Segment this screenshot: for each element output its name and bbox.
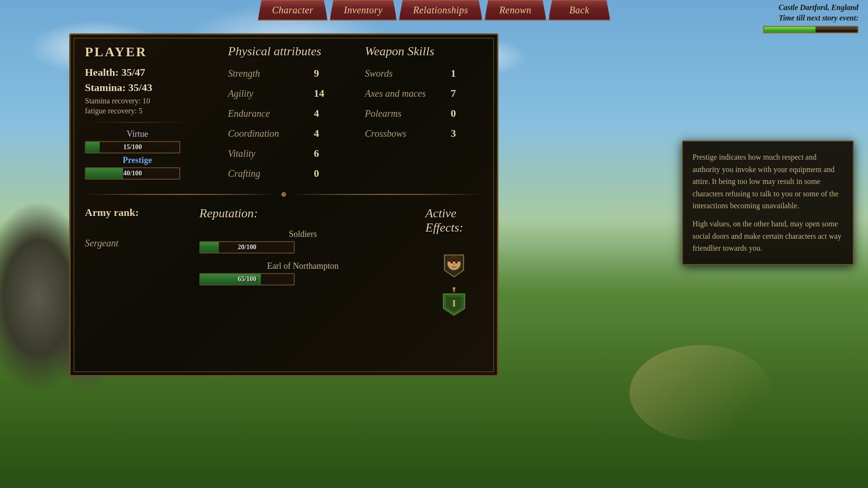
divider-line-right — [290, 194, 483, 195]
character-panel: PLAYER Health: 35/47 Stamina: 35/43 Stam… — [69, 33, 498, 376]
skill-swords-name: Swords — [365, 68, 441, 79]
rep-soldiers-fill — [200, 242, 219, 253]
rep-earl-name: Earl of Northampton — [199, 261, 406, 271]
attr-vitality: Vitality 6 — [228, 147, 346, 160]
active-effects-title: Active Effects: — [425, 206, 483, 235]
shield-effect-icon: I — [442, 287, 466, 316]
svg-point-6 — [453, 287, 455, 290]
time-label: Time till next story event: — [763, 13, 858, 23]
location-info: Castle Dartford, England Time till next … — [763, 2, 858, 33]
reputation-title: Reputation: — [199, 206, 406, 221]
attr-crafting-value: 0 — [314, 167, 319, 180]
progress-bar-sheen — [764, 27, 858, 30]
skill-axes: Axes and maces 7 — [365, 87, 483, 100]
attr-crafting-name: Crafting — [228, 168, 304, 179]
skill-axes-name: Axes and maces — [365, 88, 441, 99]
rep-soldiers-text: 20/100 — [238, 244, 257, 251]
mid-right-wrapper: Physical attributes Strength 9 Agility 1… — [228, 44, 483, 187]
prestige-tooltip: Prestige indicates how much respect and … — [682, 141, 854, 265]
rep-earl: Earl of Northampton 65/100 — [199, 261, 406, 285]
attr-crafting: Crafting 0 — [228, 167, 346, 180]
attr-vitality-name: Vitality — [228, 148, 304, 159]
fatigue-recovery: fatigue recovery: 5 — [85, 107, 190, 115]
panel-top: PLAYER Health: 35/47 Stamina: 35/43 Stam… — [85, 44, 483, 187]
health-stat: Health: 35/47 — [85, 66, 190, 79]
weapon-skills: Weapon Skills Swords 1 Axes and maces 7 … — [365, 44, 483, 187]
weapon-title: Weapon Skills — [365, 44, 483, 59]
top-nav: Character Inventory Relationships Renown… — [0, 0, 868, 20]
active-effects-section: Active Effects: — [425, 206, 483, 316]
rep-earl-text: 65/100 — [238, 275, 257, 283]
virtue-label: Virtue — [85, 129, 190, 139]
attr-endurance-name: Endurance — [228, 108, 304, 119]
skill-polearms-value: 0 — [451, 107, 456, 120]
divider-1 — [85, 122, 190, 122]
tooltip-text-2: High values, on the other hand, may open… — [692, 218, 843, 254]
stamina-stat: Stamina: 35/43 — [85, 81, 190, 94]
attr-agility-value: 14 — [314, 87, 324, 100]
path — [630, 345, 773, 440]
reputation-section: Reputation: Soldiers 20/100 Earl of Nort… — [199, 206, 406, 316]
prestige-bar-text: 40/100 — [124, 170, 142, 177]
nav-inventory[interactable]: Inventory — [330, 0, 397, 20]
rep-soldiers-bar: 20/100 — [199, 241, 295, 254]
divider-dot — [281, 192, 286, 197]
horiz-divider — [85, 192, 483, 197]
tooltip-text-1: Prestige indicates how much respect and … — [692, 151, 843, 212]
attr-strength: Strength 9 — [228, 67, 346, 80]
attr-agility-name: Agility — [228, 88, 304, 99]
army-rank-label: Army rank: — [85, 206, 180, 219]
attr-coordination-name: Coordination — [228, 128, 304, 139]
attr-strength-name: Strength — [228, 68, 304, 79]
left-column: PLAYER Health: 35/47 Stamina: 35/43 Stam… — [85, 44, 199, 187]
army-rank-value: Sergeant — [85, 238, 180, 249]
physical-title: Physical attributes — [228, 44, 346, 59]
nav-renown[interactable]: Renown — [485, 0, 547, 20]
divider-line-left — [85, 194, 278, 195]
panel-content: PLAYER Health: 35/47 Stamina: 35/43 Stam… — [71, 35, 497, 375]
attr-agility: Agility 14 — [228, 87, 346, 100]
stamina-recovery: Stamina recovery: 10 — [85, 97, 190, 105]
skill-polearms: Polearms 0 — [365, 107, 483, 120]
prestige-bar-fill — [86, 168, 123, 179]
prestige-bar: 40/100 — [85, 167, 180, 180]
skill-polearms-name: Polearms — [365, 108, 441, 119]
attr-endurance-value: 4 — [314, 107, 319, 120]
nav-back[interactable]: Back — [548, 0, 610, 20]
skill-crossbows: Crossbows 3 — [365, 127, 483, 140]
rep-soldiers: Soldiers 20/100 — [199, 229, 406, 254]
rep-earl-bar: 65/100 — [199, 273, 295, 285]
army-section: Army rank: Sergeant — [85, 206, 180, 316]
rep-soldiers-name: Soldiers — [199, 229, 406, 239]
story-progress-bar — [763, 26, 858, 33]
virtue-bar-fill — [86, 142, 100, 152]
skill-crossbows-value: 3 — [451, 127, 456, 140]
svg-text:I: I — [452, 299, 455, 308]
skill-axes-value: 7 — [451, 87, 456, 100]
bottom-section: Army rank: Sergeant Reputation: Soldiers… — [85, 206, 483, 316]
attr-endurance: Endurance 4 — [228, 107, 346, 120]
attr-coordination: Coordination 4 — [228, 127, 346, 140]
nav-character[interactable]: Character — [258, 0, 328, 20]
physical-attributes: Physical attributes Strength 9 Agility 1… — [228, 44, 346, 187]
face-effect-icon — [443, 253, 465, 278]
attr-coordination-value: 4 — [314, 127, 319, 140]
skill-swords-value: 1 — [451, 67, 456, 80]
virtue-bar-text: 15/100 — [124, 143, 142, 151]
attr-strength-value: 9 — [314, 67, 319, 80]
attr-vitality-value: 6 — [314, 147, 319, 160]
location-title: Castle Dartford, England — [763, 2, 858, 13]
skill-crossbows-name: Crossbows — [365, 128, 441, 139]
player-name: PLAYER — [85, 44, 190, 60]
prestige-label: Prestige — [85, 155, 190, 165]
nav-relationships[interactable]: Relationships — [399, 0, 482, 20]
skill-swords: Swords 1 — [365, 67, 483, 80]
virtue-bar: 15/100 — [85, 141, 180, 153]
